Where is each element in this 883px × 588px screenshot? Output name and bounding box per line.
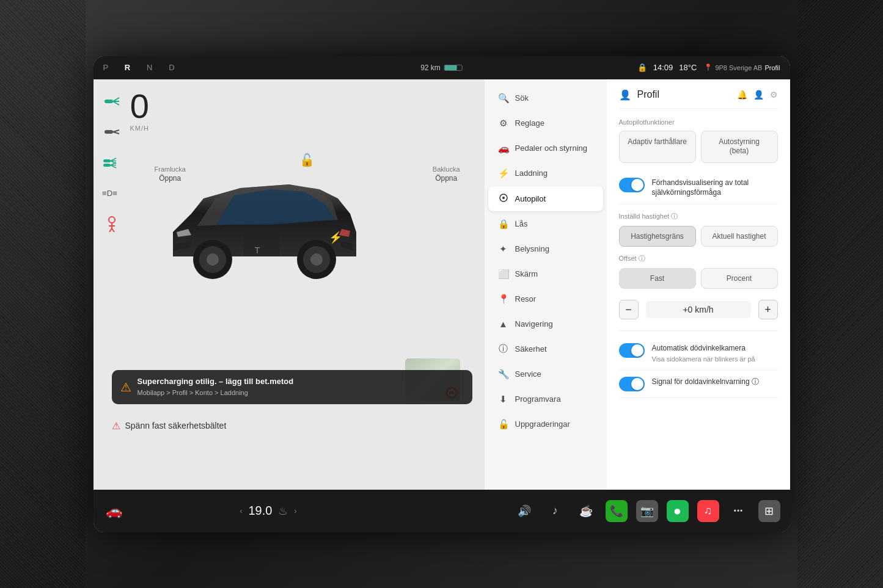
profile-icon-3[interactable]: ⚙: [770, 90, 778, 100]
offset-section: Offset ⓘ Fast Procent − +0 km/h: [619, 254, 778, 324]
stepper-row: − +0 km/h +: [619, 295, 778, 324]
battery-range: 92 km: [420, 64, 441, 72]
apple-music-app[interactable]: ♫: [697, 500, 719, 522]
temperature-display: 18°C: [679, 63, 697, 72]
volume-icon[interactable]: 🔊: [518, 504, 531, 518]
offset-buttons: Fast Procent: [619, 268, 778, 289]
time-temp: 🔒 14:09 18°C: [637, 63, 697, 72]
grid-app[interactable]: ⊞: [758, 500, 780, 522]
procent-button[interactable]: Procent: [701, 268, 778, 289]
headlights-icon[interactable]: [102, 92, 122, 111]
hidden-warning-label: Signal för doldavinkelnvarning ⓘ: [652, 377, 778, 387]
menu-item-uppgraderingar[interactable]: 🔓 Uppgraderingar: [488, 412, 603, 437]
preview-toggle[interactable]: [619, 178, 645, 192]
profile-icon-1[interactable]: 🔔: [737, 90, 747, 100]
preview-toggle-row: Förhandsvisualisering av total självkörn…: [619, 172, 778, 205]
main-screen: P R N D 92 km 🔒 14:09 18°C: [93, 56, 790, 532]
svg-text:T: T: [254, 245, 260, 255]
right-panel: 🔍 Sök ⚙ Reglage 🚗 Pedaler och styrning ⚡…: [485, 79, 790, 490]
baklucka-label[interactable]: Baklucka Öppna: [433, 165, 460, 184]
autopilot-function-buttons: Adaptiv farthållare Autostyrning (beta): [619, 131, 778, 163]
main-content: 0 KM/H: [93, 79, 790, 490]
blindspot-label: Automatisk dödvinkelkamera Visa sidokame…: [652, 343, 778, 364]
music-app[interactable]: ♪: [544, 500, 566, 522]
more-apps[interactable]: •••: [728, 500, 750, 522]
hastighetsgrans-button[interactable]: Hastighetsgräns: [619, 226, 696, 247]
menu-label-autopilot: Autopilot: [515, 194, 546, 203]
skarm-icon: ⬜: [498, 269, 509, 280]
blindspot-toggle-row: Automatisk dödvinkelkamera Visa sidokame…: [619, 337, 778, 371]
menu-item-las[interactable]: 🔒 Lås: [488, 212, 603, 236]
menu-item-autopilot[interactable]: Autopilot: [488, 186, 603, 211]
current-time: 14:09: [653, 63, 673, 72]
menu-item-sok[interactable]: 🔍 Sök: [488, 86, 603, 111]
menu-item-skarm[interactable]: ⬜ Skärm: [488, 262, 603, 286]
phone-app[interactable]: 📞: [606, 500, 628, 522]
belysning-icon: ✦: [498, 244, 509, 255]
interior-temp: 19.0: [249, 504, 273, 518]
stepper-minus[interactable]: −: [619, 300, 639, 319]
profile-header: 👤 Profil 🔔 👤 ⚙: [619, 89, 778, 109]
hidden-warning-toggle-row: Signal för doldavinkelnvarning ⓘ: [619, 371, 778, 398]
profile-title: Profil: [637, 89, 731, 100]
las-icon: 🔒: [498, 219, 509, 230]
svg-point-16: [109, 217, 115, 223]
camera-app[interactable]: 📷: [636, 500, 658, 522]
search-icon: 🔍: [498, 93, 509, 104]
coffee-app[interactable]: ☕: [575, 500, 597, 522]
seatbelt-icon-left[interactable]: [102, 214, 122, 233]
status-right: 🔒 14:09 18°C 📍 9P8 Sverige AB Profil: [637, 63, 780, 72]
menu-item-sakerhet[interactable]: ⓘ Säkerhet: [488, 336, 603, 361]
seatbelt-alert-icon: ⚠: [112, 420, 120, 432]
aktuell-hastighet-button[interactable]: Aktuell hastighet: [701, 226, 778, 247]
svg-rect-11: [103, 164, 111, 167]
menu-label-uppgraderingar: Uppgraderingar: [515, 419, 570, 429]
menu-label-sok: Sök: [515, 93, 529, 103]
speed-display: 0 KM/H: [130, 89, 150, 132]
menu-label-skarm: Skärm: [515, 269, 538, 278]
laddning-icon: ⚡: [498, 168, 509, 179]
adaptiv-farthallare-button[interactable]: Adaptiv farthållare: [619, 131, 696, 163]
left-icons: ≡D≡: [102, 92, 122, 233]
hidden-warning-toggle[interactable]: [619, 377, 645, 391]
profile-actions: 🔔 👤 ⚙: [737, 90, 778, 100]
menu-item-navigering[interactable]: ▲ Navigering: [488, 312, 603, 336]
autostyrning-button[interactable]: Autostyrning (beta): [701, 131, 778, 163]
spotify-app[interactable]: ●: [667, 500, 689, 522]
reglage-icon: ⚙: [498, 118, 509, 129]
menu-label-belysning: Belysning: [515, 244, 549, 253]
menu-label-navigering: Navigering: [515, 319, 553, 328]
profile-icon-2[interactable]: 👤: [753, 90, 764, 100]
menu-item-reglage[interactable]: ⚙ Reglage: [488, 111, 603, 136]
fast-button[interactable]: Fast: [619, 268, 696, 289]
menu-item-resor[interactable]: 📍 Resor: [488, 287, 603, 311]
seatbelt-warning: ⚠ Spänn fast säkerhetsbältet: [112, 420, 227, 432]
settings-menu: 🔍 Sök ⚙ Reglage 🚗 Pedaler och styrning ⚡…: [485, 79, 607, 490]
stepper-plus[interactable]: +: [758, 300, 778, 319]
svg-point-33: [502, 197, 505, 199]
navigering-icon: ▲: [498, 319, 509, 329]
svg-line-6: [113, 132, 119, 134]
menu-item-pedaler[interactable]: 🚗 Pedaler och styrning: [488, 136, 603, 161]
interior-lights-icon[interactable]: [102, 122, 122, 142]
warning-triangle-icon: ⚠: [120, 380, 131, 394]
svg-rect-7: [103, 159, 111, 162]
lane-keep-icon[interactable]: [102, 153, 122, 172]
speed-section: Inställd hastighet ⓘ Hastighetsgräns Akt…: [619, 212, 778, 247]
menu-item-service[interactable]: 🔧 Service: [488, 362, 603, 387]
bottom-center-section: ‹ 19.0 ♨ ›: [240, 504, 297, 518]
menu-item-laddning[interactable]: ⚡ Laddning: [488, 161, 603, 186]
lock-icon: 🔒: [637, 63, 647, 72]
svg-rect-0: [104, 100, 113, 103]
right-arrow-icon: ›: [294, 507, 296, 515]
service-icon: 🔧: [498, 369, 509, 380]
bottom-bar: 🚗 ‹ 19.0 ♨ › 🔊 ♪ ☕ 📞 📷 ● ♫ •••: [93, 490, 790, 532]
menu-label-service: Service: [515, 369, 541, 379]
menu-item-belysning[interactable]: ✦ Belysning: [488, 237, 603, 261]
menu-item-programvara[interactable]: ⬇ Programvara: [488, 387, 603, 412]
edc-icon[interactable]: ≡D≡: [102, 183, 122, 203]
blindspot-toggle[interactable]: [619, 343, 645, 358]
left-panel: 0 KM/H: [93, 79, 485, 490]
gear-selector: P R N D: [103, 63, 177, 72]
speed-buttons: Hastighetsgräns Aktuell hastighet: [619, 226, 778, 247]
